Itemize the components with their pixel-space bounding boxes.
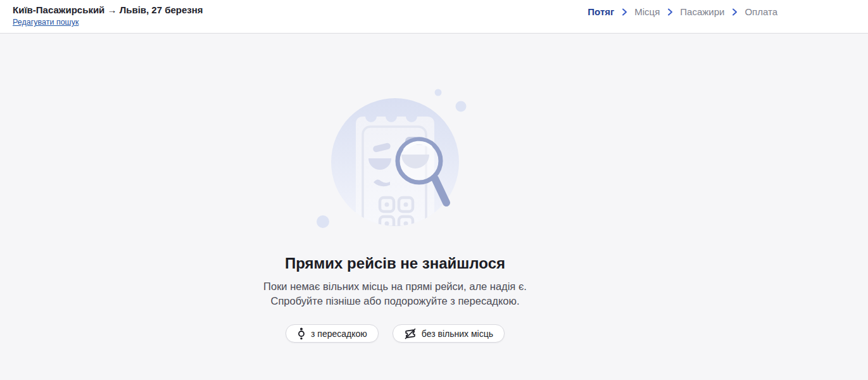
breadcrumb-step-passengers: Пасажири: [680, 6, 724, 17]
chevron-right-icon: [731, 8, 738, 16]
route-title: Київ-Пасажирський → Львів, 27 березня: [13, 4, 203, 16]
no-free-seats-label: без вільних місць: [422, 329, 493, 339]
no-free-seats-button[interactable]: без вільних місць: [393, 324, 505, 343]
chevron-right-icon: [620, 8, 628, 16]
checkout-breadcrumb: Потяг Місця Пасажири Оплата: [588, 4, 777, 17]
empty-results-section: Прямих рейсів не знайшлося Поки немає ві…: [0, 34, 790, 343]
page-header: Київ-Пасажирський → Львів, 27 березня Ре…: [0, 0, 868, 34]
description-line-2: Спробуйте пізніше або подорожуйте з пере…: [263, 294, 527, 308]
decor-dot-bottom: [317, 215, 329, 228]
empty-state-description: Поки немає вільних місць на прямі рейси,…: [263, 279, 527, 308]
breadcrumb-step-train[interactable]: Потяг: [588, 6, 614, 17]
empty-state-title: Прямих рейсів не знайшлося: [285, 255, 505, 272]
transfer-route-icon: [297, 327, 306, 340]
breadcrumb-step-payment: Оплата: [745, 6, 777, 17]
ticket-search-illustration: [313, 86, 477, 232]
edit-search-link[interactable]: Редагувати пошук: [13, 18, 79, 27]
chevron-right-icon: [666, 8, 674, 16]
search-summary: Київ-Пасажирський → Львів, 27 березня Ре…: [13, 4, 203, 27]
breadcrumb-step-seats: Місця: [634, 6, 660, 17]
alternative-options: з пересадкою без вільних місць: [286, 324, 505, 343]
with-transfer-button[interactable]: з пересадкою: [286, 324, 379, 343]
decor-dot-medium: [456, 101, 467, 112]
description-line-1: Поки немає вільних місць на прямі рейси,…: [263, 279, 527, 294]
decor-dot-small: [435, 89, 442, 96]
no-ticket-icon: [404, 327, 417, 340]
with-transfer-label: з пересадкою: [311, 329, 367, 339]
